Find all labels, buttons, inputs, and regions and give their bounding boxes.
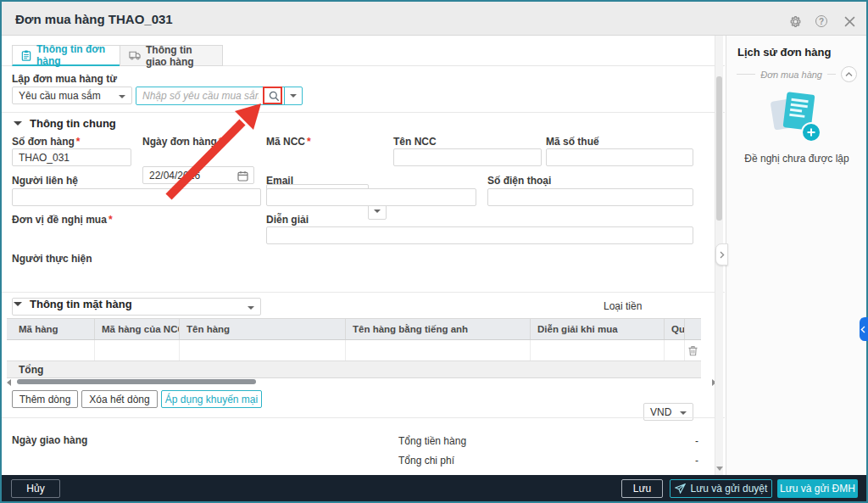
sidebar-section-label: Đơn mua hàng xyxy=(760,70,822,80)
required-marker: * xyxy=(219,136,223,148)
currency-value: VND xyxy=(650,406,671,418)
title-bar: Đơn mua hàng THAO_031 ? xyxy=(2,2,866,36)
description-input[interactable] xyxy=(266,226,693,244)
total-cost-value: - xyxy=(671,455,698,467)
table-cell[interactable] xyxy=(95,340,180,360)
required-marker: * xyxy=(108,214,113,226)
search-icon[interactable] xyxy=(264,87,284,104)
button-label: Lưu và gửi duyệt xyxy=(691,483,768,495)
section-general-header[interactable]: Thông tin chung xyxy=(14,117,116,130)
table-cell[interactable] xyxy=(180,340,346,360)
field-label: Mã số thuế xyxy=(546,136,599,148)
empty-state-text: Đề nghị chưa được lập xyxy=(726,153,867,165)
field-label: Ngày đơn hàng* xyxy=(142,136,223,148)
clipboard-icon xyxy=(21,50,31,61)
table-cell[interactable] xyxy=(346,340,531,360)
send-icon xyxy=(675,483,686,494)
tax-code-input[interactable] xyxy=(546,148,693,166)
table-row[interactable] xyxy=(7,340,701,361)
history-sidebar: Lịch sử đơn hàng Đơn mua hàng Đề nghị ch… xyxy=(726,36,866,475)
apply-promotion-button[interactable]: Áp dụng khuyến mại xyxy=(161,390,262,408)
column-header[interactable]: Qu xyxy=(665,319,685,339)
chevron-down-icon xyxy=(374,210,381,213)
field-label: Đơn vị đề nghị mua* xyxy=(12,214,113,226)
column-header[interactable]: Tên hàng xyxy=(180,319,346,339)
right-edge-panel-tab[interactable] xyxy=(860,317,868,341)
tab-order-info[interactable]: Thông tin đơn hàng xyxy=(12,45,120,66)
collapse-icon xyxy=(14,302,22,306)
purchase-order-window: Đơn mua hàng THAO_031 ? Thông tin đơn hà… xyxy=(0,0,868,503)
required-marker: * xyxy=(76,136,81,148)
field-label: Tên NCC xyxy=(393,136,437,148)
bottom-action-bar: Hủy Lưu Lưu và gửi duyệt Lưu và gửi ĐMH xyxy=(2,475,866,501)
add-row-button[interactable]: Thêm dòng xyxy=(12,390,78,408)
section-items-header[interactable]: Thông tin mặt hàng xyxy=(14,298,132,310)
field-label: Số điện thoại xyxy=(487,175,551,187)
tab-label: Thông tin đơn hàng xyxy=(36,43,111,67)
gear-icon[interactable] xyxy=(788,14,802,28)
divider xyxy=(737,74,755,75)
collapse-up-button[interactable] xyxy=(841,66,857,82)
chevron-down-icon xyxy=(290,94,297,98)
supplier-name-input[interactable] xyxy=(393,148,542,166)
plus-badge-icon xyxy=(801,122,821,143)
document-stack-icon xyxy=(771,92,825,148)
divider xyxy=(2,417,725,418)
delivery-date-label: Ngày giao hàng xyxy=(12,434,87,446)
cancel-button[interactable]: Hủy xyxy=(11,479,60,498)
clear-rows-button[interactable]: Xóa hết dòng xyxy=(81,390,158,408)
total-goods-value: - xyxy=(671,435,698,447)
field-label: Số đơn hàng* xyxy=(12,136,81,148)
table-cell[interactable] xyxy=(665,340,685,360)
column-header[interactable]: Diễn giải khi mua xyxy=(531,319,665,339)
total-goods-label: Tổng tiền hàng xyxy=(398,435,466,447)
order-date-value: 22/04/2026 xyxy=(149,170,200,182)
table-cell[interactable] xyxy=(7,340,95,360)
divider xyxy=(2,112,725,113)
sidebar-collapse-handle[interactable] xyxy=(715,243,728,265)
save-and-send-button[interactable]: Lưu và gửi ĐMH xyxy=(777,479,858,498)
field-label: Người thực hiện xyxy=(12,253,92,265)
help-icon[interactable]: ? xyxy=(815,14,828,28)
tab-label: Thông tin giao hàng xyxy=(146,44,214,68)
collapse-icon xyxy=(14,121,22,126)
source-type-select[interactable]: Yêu cầu mua sắm xyxy=(12,87,132,104)
chevron-down-icon xyxy=(119,95,125,98)
save-button[interactable]: Lưu xyxy=(621,479,663,498)
currency-label: Loại tiền xyxy=(604,300,642,312)
search-dropdown-button[interactable] xyxy=(284,87,302,104)
source-type-value: Yêu cầu mua sắm xyxy=(19,90,101,102)
close-icon[interactable] xyxy=(843,14,856,28)
table-total-row: Tổng xyxy=(7,361,701,378)
column-header[interactable]: Tên hàng bằng tiếng anh xyxy=(346,319,531,339)
order-no-input[interactable] xyxy=(12,148,131,166)
order-date-input[interactable]: 22/04/2026 xyxy=(142,166,254,184)
calendar-icon[interactable] xyxy=(237,170,248,182)
field-label: Người liên hệ xyxy=(12,175,78,187)
table-cell[interactable] xyxy=(531,340,665,360)
contact-input[interactable] xyxy=(12,188,261,206)
total-cost-label: Tổng chi phí xyxy=(398,455,454,467)
request-search-input[interactable] xyxy=(136,87,264,104)
column-header[interactable]: Mã hàng xyxy=(7,319,95,339)
tab-delivery-info[interactable]: Thông tin giao hàng xyxy=(120,45,223,66)
section-title: Thông tin chung xyxy=(30,117,116,130)
chevron-right-icon xyxy=(720,251,725,259)
phone-input[interactable] xyxy=(487,188,693,206)
scrollbar-thumb[interactable] xyxy=(17,379,256,384)
request-search-combo xyxy=(136,87,303,105)
field-label: Diễn giải xyxy=(266,214,309,226)
field-label: Mã NCC* xyxy=(266,136,311,148)
save-and-approve-button[interactable]: Lưu và gửi duyệt xyxy=(670,479,772,498)
delete-row-icon[interactable] xyxy=(685,340,701,360)
chevron-down-icon xyxy=(248,306,254,310)
scrollbar-thumb[interactable] xyxy=(716,76,722,221)
scroll-left-icon[interactable] xyxy=(7,379,11,386)
actions-column-header xyxy=(685,319,701,339)
scroll-down-icon[interactable] xyxy=(716,467,723,471)
main-panel: Thông tin đơn hàng Thông tin giao hàng L… xyxy=(2,36,725,475)
column-header[interactable]: Mã hàng của NCC xyxy=(95,319,180,339)
horizontal-scrollbar[interactable] xyxy=(7,378,719,386)
email-input[interactable] xyxy=(266,188,476,206)
chevron-left-icon xyxy=(860,326,865,333)
